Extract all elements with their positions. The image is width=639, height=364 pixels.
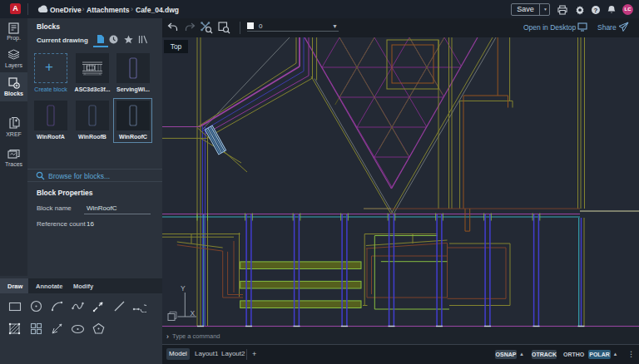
svg-text:?: ? <box>594 7 598 14</box>
svg-text:X: X <box>191 309 196 317</box>
svg-text:Y: Y <box>181 284 186 293</box>
